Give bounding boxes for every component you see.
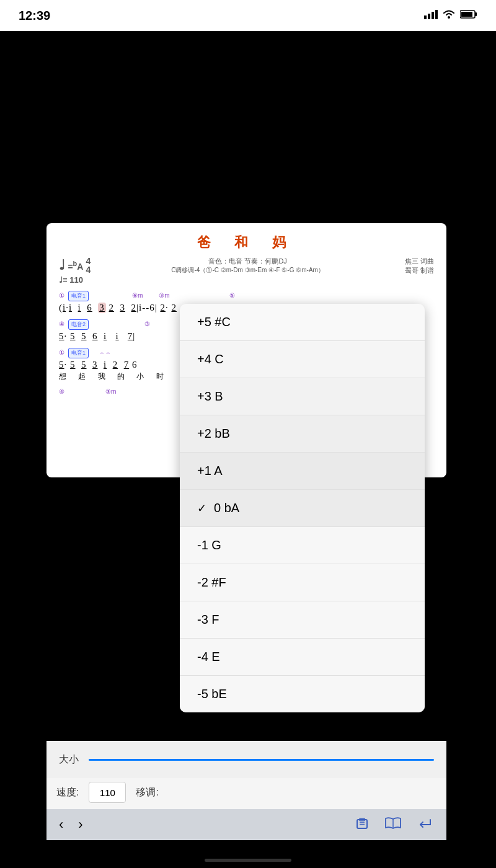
status-time: 12:39 xyxy=(19,9,50,23)
key-sig: =bA xyxy=(68,260,83,272)
dropdown-item-6-label: -1 G xyxy=(197,538,221,552)
dropdown-item-3[interactable]: +2 bB xyxy=(180,415,425,453)
song-title: 爸 和 妈 xyxy=(59,233,434,252)
badge-1: 电音1 xyxy=(68,291,89,301)
nav-arrows: ‹ › xyxy=(59,817,83,833)
meta-right-1: 焦三 词曲 xyxy=(405,257,434,266)
meta-right-2: 蜀哥 制谱 xyxy=(405,266,434,275)
note-i2: i xyxy=(69,303,72,312)
dropdown-item-2-label: +3 B xyxy=(197,389,223,404)
transpose-dropdown[interactable]: +5 #C +4 C +3 B +2 bB +1 A ✓ 0 bA -1 G -… xyxy=(180,304,425,712)
transpose-label: 移调: xyxy=(136,786,158,799)
time-sig: 4 4 xyxy=(86,257,91,274)
wifi-icon xyxy=(443,9,455,22)
tempo: ♩= 110 xyxy=(59,275,91,285)
dropdown-item-0[interactable]: +5 #C xyxy=(180,304,425,341)
status-icons xyxy=(424,9,477,22)
dropdown-item-10[interactable]: -5 bE xyxy=(180,676,425,712)
chord-5: ⑤ xyxy=(229,292,235,299)
dropdown-item-4-label: +1 A xyxy=(197,464,223,478)
dropdown-item-1[interactable]: +4 C xyxy=(180,341,425,378)
note-3-highlight: 3 xyxy=(98,303,106,313)
book-icon[interactable] xyxy=(384,816,402,834)
nav-prev-button[interactable]: ‹ xyxy=(59,817,63,833)
nav-icons-right xyxy=(355,816,434,834)
l3-5c: 5 xyxy=(81,360,87,370)
note-symbol: ♩ xyxy=(59,257,65,273)
speed-input[interactable]: 110 xyxy=(89,782,126,803)
nav-next-button[interactable]: › xyxy=(78,817,82,833)
chord-6m: ⑥m xyxy=(132,292,143,299)
dropdown-item-9-label: -4 E xyxy=(197,650,220,664)
dropdown-item-0-label: +5 #C xyxy=(197,315,231,329)
song-meta-row: ♩ =bA 4 4 ♩= 110 音色：电音 节奏：何鹏DJ C调移调-4（①-… xyxy=(59,257,434,285)
svg-rect-7 xyxy=(461,12,472,17)
black-right-area xyxy=(446,31,496,868)
home-indicator xyxy=(205,859,291,862)
chord-4-circle: ④ xyxy=(59,321,64,327)
dropdown-item-7[interactable]: -2 #F xyxy=(180,564,425,601)
dropdown-item-8[interactable]: -3 F xyxy=(180,601,425,639)
l3-5b: 5 xyxy=(70,360,76,370)
speed-label: 速度: xyxy=(56,786,79,799)
svg-rect-3 xyxy=(435,10,438,19)
dropdown-item-3-label: +2 bB xyxy=(197,427,230,441)
svg-rect-6 xyxy=(475,12,477,16)
badge-3: 电音1 xyxy=(68,348,89,358)
clipboard-icon[interactable] xyxy=(355,816,370,834)
svg-rect-0 xyxy=(424,16,427,19)
dropdown-item-6[interactable]: -1 G xyxy=(180,527,425,564)
signal-icon xyxy=(424,9,438,22)
black-left-area xyxy=(0,31,46,868)
note-i3: i xyxy=(78,303,81,312)
song-meta-right: 焦三 词曲 蜀哥 制谱 xyxy=(405,257,434,275)
l2-7: 7 xyxy=(128,331,133,341)
note-i1: i xyxy=(63,303,66,312)
time-numerator: 4 xyxy=(86,257,91,265)
note-2-dot: 2 xyxy=(160,303,166,312)
dropdown-item-9[interactable]: -4 E xyxy=(180,639,425,676)
svg-rect-2 xyxy=(432,12,434,19)
chord-1-circle-2: ① xyxy=(59,349,64,356)
l3-7: 7 xyxy=(124,360,130,370)
note-2c: 2 xyxy=(171,303,177,312)
size-label: 大小 xyxy=(59,753,79,766)
checkmark-icon: ✓ xyxy=(197,502,206,515)
svg-point-4 xyxy=(448,16,450,19)
svg-rect-1 xyxy=(428,14,430,19)
l2-i1: i xyxy=(104,331,107,341)
song-meta-left: ♩ =bA 4 4 ♩= 110 xyxy=(59,257,91,285)
return-icon[interactable] xyxy=(417,816,434,834)
chord-1-circle: ① xyxy=(59,292,64,299)
note-3b: 3 xyxy=(120,303,126,312)
status-bar: 12:39 xyxy=(0,0,496,31)
l2-i2: i xyxy=(115,331,118,341)
l2-6: 6 xyxy=(92,331,98,341)
chord-info: C调移调-4（①-C ②m-Dm ③m-Em ④-F ⑤-G ⑥m-Am） xyxy=(171,266,324,275)
size-slider[interactable] xyxy=(89,759,434,761)
l3-i: i xyxy=(104,360,107,370)
l2-5b: 5 xyxy=(70,331,76,341)
chord-3m-b: ③m xyxy=(105,388,116,395)
song-info-center: 音色：电音 节奏：何鹏DJ C调移调-4（①-C ②m-Dm ③m-Em ④-F… xyxy=(171,257,324,275)
instrument-info: 音色：电音 节奏：何鹏DJ xyxy=(171,257,324,266)
dropdown-item-5[interactable]: ✓ 0 bA xyxy=(180,490,425,527)
dropdown-item-8-label: -3 F xyxy=(197,613,219,627)
dropdown-item-10-label: -5 bE xyxy=(197,687,227,701)
l3-3: 3 xyxy=(92,360,98,370)
dropdown-item-2[interactable]: +3 B xyxy=(180,378,425,415)
black-top-area xyxy=(0,31,496,223)
chord-3m: ③m xyxy=(159,292,169,299)
note-6: 6 xyxy=(87,303,92,312)
dropdown-item-5-label: 0 bA xyxy=(214,501,239,515)
size-bar: 大小 xyxy=(46,741,446,778)
l2-5a: 5 xyxy=(59,331,64,341)
badge-2: 电音2 xyxy=(68,319,89,330)
battery-icon xyxy=(460,9,477,22)
dropdown-item-4[interactable]: +1 A xyxy=(180,453,425,490)
keyboard-nav: ‹ › xyxy=(46,809,446,840)
l2-5c: 5 xyxy=(81,331,87,341)
time-denominator: 4 xyxy=(86,265,91,274)
note-2b: 2 xyxy=(131,303,137,312)
chord-3-b: ③ xyxy=(144,321,150,327)
